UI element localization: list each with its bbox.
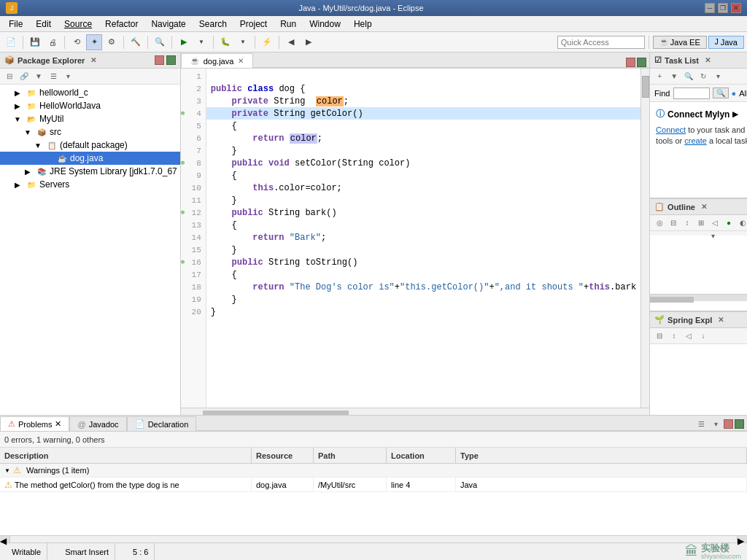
- create-link[interactable]: create: [684, 136, 707, 145]
- tree-item-helloworld-c[interactable]: ▶ 📁 helloworld_c: [0, 86, 180, 99]
- bottom-chevron-btn[interactable]: ▾: [709, 417, 722, 430]
- scroll-thumb[interactable]: [642, 76, 649, 98]
- spring-btn-1[interactable]: ⊟: [653, 330, 666, 343]
- editor-minimize-btn[interactable]: [626, 58, 635, 67]
- task-filter-btn[interactable]: ▼: [667, 70, 681, 83]
- outline-btn-1[interactable]: ◎: [653, 217, 666, 230]
- editor-scrollbar-v[interactable]: [640, 69, 649, 408]
- outline-scrollbar[interactable]: ▶: [650, 294, 747, 301]
- spring-btn-2[interactable]: ↕: [667, 330, 681, 343]
- tree-item-jre[interactable]: ▶ 📚 JRE System Library [jdk1.7.0_67: [0, 165, 180, 178]
- outline-btn-3[interactable]: ↕: [681, 217, 694, 230]
- tree-item-dog-java[interactable]: ☕ dog.java: [0, 152, 180, 165]
- close-btn[interactable]: ✕: [731, 3, 741, 13]
- task-search-btn[interactable]: 🔍: [682, 70, 695, 83]
- javadoc-tab[interactable]: @ Javadoc: [69, 416, 126, 431]
- minimize-btn[interactable]: ─: [705, 3, 715, 13]
- code-content[interactable]: public class dog { private String color …: [206, 69, 640, 408]
- debug-arrow-btn[interactable]: ▼: [235, 34, 251, 50]
- chevron-right-icon[interactable]: ▶: [732, 110, 738, 118]
- external-btn[interactable]: ⚡: [259, 34, 275, 50]
- editor-maximize-btn[interactable]: [637, 58, 646, 67]
- print-btn[interactable]: 🖨: [44, 34, 61, 50]
- outline-btn-6[interactable]: ●: [722, 217, 735, 230]
- menu-btn[interactable]: ☰: [47, 70, 60, 83]
- search-btn[interactable]: 🔍: [152, 34, 168, 50]
- menu-search[interactable]: Search: [193, 18, 233, 31]
- scroll-left-btn[interactable]: ◀: [0, 536, 10, 542]
- panel-minimize-btn[interactable]: [155, 55, 164, 65]
- watermark-area: 🏛 实验楼 shiyanloucom: [685, 543, 741, 560]
- task-new-btn[interactable]: +: [653, 70, 666, 83]
- tree-item-myutil[interactable]: ▼ 📂 MyUtil: [0, 112, 180, 125]
- save-btn[interactable]: 💾: [27, 34, 43, 50]
- editor-tab-dog-java[interactable]: ☕ dog.java ✕: [181, 53, 254, 68]
- menu-help[interactable]: Help: [348, 18, 378, 31]
- history-btn[interactable]: ⟲: [69, 34, 85, 50]
- outline-btn-7[interactable]: ◐: [736, 217, 747, 230]
- build-btn[interactable]: 🔨: [128, 34, 144, 50]
- bottom-maximize-btn[interactable]: [735, 419, 744, 429]
- problems-tab[interactable]: ⚠ Problems ✕: [0, 416, 69, 431]
- spring-btn-4[interactable]: ↓: [697, 330, 710, 343]
- debug-btn[interactable]: ⚙: [104, 34, 120, 50]
- close-icon[interactable]: ✕: [718, 316, 724, 324]
- tab-close-icon[interactable]: ✕: [238, 57, 244, 65]
- nav-back-btn[interactable]: ◀: [283, 34, 299, 50]
- debug2-btn[interactable]: 🐛: [217, 34, 233, 50]
- task-refresh-btn[interactable]: ↻: [697, 70, 710, 83]
- publish-btn[interactable]: ✦: [86, 34, 102, 50]
- tree-item-servers[interactable]: ▶ 📁 Servers: [0, 178, 180, 191]
- menu-run[interactable]: Run: [274, 18, 302, 31]
- col-description[interactable]: Description: [0, 448, 252, 463]
- tree-item-src[interactable]: ▼ 📦 src: [0, 125, 180, 139]
- declaration-tab[interactable]: 📄 Declaration: [127, 416, 197, 431]
- col-location[interactable]: Location: [387, 448, 456, 463]
- bottom-minimize-btn[interactable]: [724, 419, 733, 429]
- outline-btn-2[interactable]: ⊟: [667, 217, 680, 230]
- col-type[interactable]: Type: [456, 448, 747, 463]
- menu-file[interactable]: File: [3, 18, 28, 31]
- menu-project[interactable]: Project: [234, 18, 273, 31]
- perspective-java-ee[interactable]: ☕ Java EE: [653, 36, 707, 49]
- find-icon[interactable]: 🔍: [713, 88, 729, 98]
- table-row[interactable]: ⚠ The method getColor() from the type do…: [0, 478, 747, 492]
- all-btn[interactable]: All: [739, 89, 747, 98]
- new-btn[interactable]: 📄: [3, 34, 19, 50]
- connect-link[interactable]: Connect: [656, 125, 686, 134]
- menu-window[interactable]: Window: [303, 18, 347, 31]
- nav-fwd-btn[interactable]: ▶: [301, 34, 317, 50]
- collapse-btn[interactable]: ⊟: [3, 70, 16, 83]
- close-icon[interactable]: ✕: [90, 56, 96, 64]
- menu-edit[interactable]: Edit: [30, 18, 57, 31]
- problems-close-icon[interactable]: ✕: [55, 419, 61, 429]
- task-menu-btn[interactable]: ▾: [711, 70, 724, 83]
- warnings-group-row[interactable]: ▼ ⚠ Warnings (1 item): [0, 464, 747, 478]
- close-icon[interactable]: ✕: [705, 56, 711, 64]
- col-resource[interactable]: Resource: [252, 448, 314, 463]
- panel-maximize-btn[interactable]: [166, 55, 176, 65]
- editor-scrollbar-h[interactable]: [181, 408, 649, 415]
- run-arrow-btn[interactable]: ▼: [193, 34, 209, 50]
- scroll-right-btn[interactable]: ▶: [737, 536, 747, 542]
- col-path[interactable]: Path: [314, 448, 387, 463]
- tree-item-helloworldjava[interactable]: ▶ 📁 HelloWorldJava: [0, 99, 180, 112]
- outline-scroll-thumb[interactable]: [650, 297, 694, 303]
- menu-source[interactable]: Source: [58, 18, 98, 31]
- spring-btn-3[interactable]: ◁: [682, 330, 695, 343]
- restore-btn[interactable]: ❐: [718, 3, 728, 13]
- link-btn[interactable]: 🔗: [18, 70, 31, 83]
- filter-btn[interactable]: ▼: [32, 70, 45, 83]
- menu-navigate[interactable]: Navigate: [145, 18, 191, 31]
- menu-refactor[interactable]: Refactor: [99, 18, 144, 31]
- chevron-down-icon[interactable]: ▾: [61, 70, 74, 83]
- outline-btn-5[interactable]: ◁: [708, 217, 721, 230]
- quick-access-input[interactable]: [557, 36, 645, 49]
- find-input[interactable]: [673, 88, 710, 99]
- tree-item-default-package[interactable]: ▼ 📋 (default package): [0, 139, 180, 152]
- perspective-java[interactable]: J Java: [708, 36, 744, 49]
- outline-btn-4[interactable]: ⊞: [694, 217, 708, 230]
- bottom-menu-btn[interactable]: ☰: [694, 417, 708, 430]
- run-btn[interactable]: ▶: [176, 34, 192, 50]
- close-icon[interactable]: ✕: [701, 203, 707, 211]
